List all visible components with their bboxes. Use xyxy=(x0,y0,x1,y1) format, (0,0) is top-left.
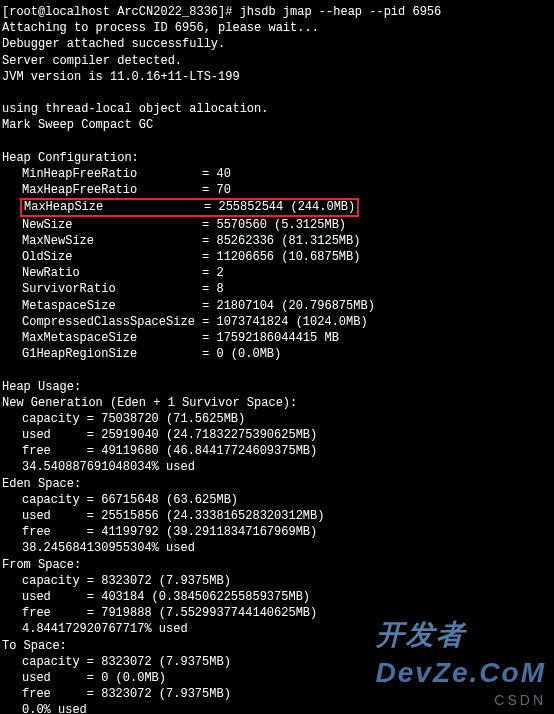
section-header: From Space: xyxy=(2,557,552,573)
config-row: NewSize = 5570560 (5.3125MB) xyxy=(2,217,552,233)
output-line xyxy=(2,85,552,101)
config-row: CompressedClassSpaceSize = 1073741824 (1… xyxy=(2,314,552,330)
usage-row: capacity = 8323072 (7.9375MB) xyxy=(2,654,552,670)
output-line: JVM version is 11.0.16+11-LTS-199 xyxy=(2,69,552,85)
percent-used: 0.0% used xyxy=(2,702,552,714)
config-row: MaxNewSize = 85262336 (81.3125MB) xyxy=(2,233,552,249)
usage-row: used = 25919040 (24.71832275390625MB) xyxy=(2,427,552,443)
highlight-box: MaxHeapSize = 255852544 (244.0MB) xyxy=(20,198,359,216)
usage-row: free = 41199792 (39.29118347167969MB) xyxy=(2,524,552,540)
heap-config-title: Heap Configuration: xyxy=(2,150,552,166)
output-line: Attaching to process ID 6956, please wai… xyxy=(2,20,552,36)
output-line: Server compiler detected. xyxy=(2,53,552,69)
section-header: To Space: xyxy=(2,638,552,654)
section-header: Eden Space: xyxy=(2,476,552,492)
usage-row: used = 0 (0.0MB) xyxy=(2,670,552,686)
usage-row: capacity = 66715648 (63.625MB) xyxy=(2,492,552,508)
percent-used: 4.844172920767717% used xyxy=(2,621,552,637)
usage-row: capacity = 75038720 (71.5625MB) xyxy=(2,411,552,427)
shell-prompt: [root@localhost ArcCN2022_8336]# jhsdb j… xyxy=(2,4,552,20)
blank xyxy=(2,134,552,150)
config-row: NewRatio = 2 xyxy=(2,265,552,281)
section-header: New Generation (Eden + 1 Survivor Space)… xyxy=(2,395,552,411)
config-row: MaxHeapFreeRatio = 70 xyxy=(2,182,552,198)
usage-row: free = 49119680 (46.84417724609375MB) xyxy=(2,443,552,459)
config-row: MaxMetaspaceSize = 17592186044415 MB xyxy=(2,330,552,346)
config-row: G1HeapRegionSize = 0 (0.0MB) xyxy=(2,346,552,362)
usage-row: capacity = 8323072 (7.9375MB) xyxy=(2,573,552,589)
percent-used: 38.245684130955304% used xyxy=(2,540,552,556)
config-row: MetaspaceSize = 21807104 (20.796875MB) xyxy=(2,298,552,314)
usage-row: free = 8323072 (7.9375MB) xyxy=(2,686,552,702)
usage-row: used = 403184 (0.3845062255859375MB) xyxy=(2,589,552,605)
config-row: SurvivorRatio = 8 xyxy=(2,281,552,297)
output-line: Debugger attached successfully. xyxy=(2,36,552,52)
percent-used: 34.540887691048034% used xyxy=(2,459,552,475)
output-line: using thread-local object allocation. xyxy=(2,101,552,117)
config-row: MinHeapFreeRatio = 40 xyxy=(2,166,552,182)
config-row: MaxHeapSize = 255852544 (244.0MB) xyxy=(2,198,552,216)
usage-row: used = 25515856 (24.333816528320312MB) xyxy=(2,508,552,524)
output-line: Mark Sweep Compact GC xyxy=(2,117,552,133)
config-row: OldSize = 11206656 (10.6875MB) xyxy=(2,249,552,265)
usage-row: free = 7919888 (7.5529937744140625MB) xyxy=(2,605,552,621)
blank xyxy=(2,362,552,378)
heap-usage-title: Heap Usage: xyxy=(2,379,552,395)
